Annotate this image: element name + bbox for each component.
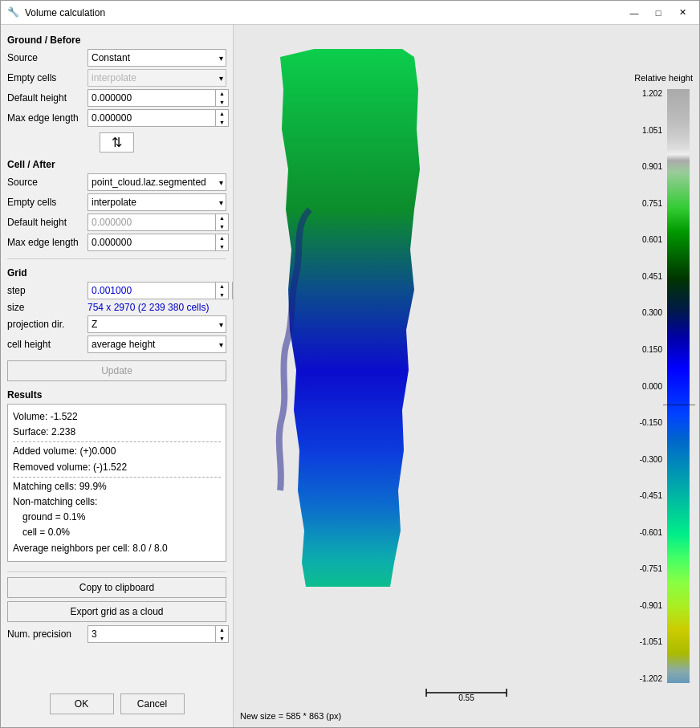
ground-max-edge-up[interactable]: ▲ — [216, 109, 228, 118]
ground-source-row: Source Constant — [7, 49, 226, 67]
tick-3: 0.901 — [640, 162, 662, 171]
ground-default-height-input[interactable]: 0.000000 — [88, 90, 215, 106]
ground-default-height-label: Default height — [7, 92, 88, 104]
tick-6: 0.451 — [640, 272, 662, 281]
cell-max-edge-down[interactable]: ▼ — [216, 242, 228, 251]
titlebar: 🔧 Volume calculation — □ ✕ — [1, 1, 699, 25]
cell-max-edge-input[interactable]: 0.000000 — [88, 234, 215, 250]
new-size-text: New size = 585 * 863 (px) — [240, 711, 341, 721]
ground-default-height-up[interactable]: ▲ — [216, 89, 228, 98]
ground-max-edge-label: Max edge length — [7, 112, 88, 124]
cell-source-row: Source point_cloud.laz.segmented — [7, 173, 226, 191]
svg-text:0.55: 0.55 — [458, 693, 474, 701]
grid-projection-row: projection dir. Z — [7, 315, 226, 333]
grid-step-down[interactable]: ▼ — [216, 291, 228, 299]
num-precision-input-wrapper: 3 ▲ ▼ — [88, 625, 229, 643]
ground-empty-cells-label: Empty cells — [7, 72, 88, 83]
cell-empty-cells-select[interactable]: interpolate — [88, 193, 226, 211]
num-precision-row: Num. precision 3 ▲ ▼ — [7, 625, 226, 643]
cell-max-edge-up[interactable]: ▲ — [216, 234, 228, 242]
tick-12: -0.451 — [640, 491, 662, 500]
num-precision-down[interactable]: ▼ — [216, 634, 228, 643]
ground-max-edge-spinners: ▲ ▼ — [215, 109, 228, 127]
tick-14: -0.751 — [640, 564, 662, 573]
grid-cell-height-row: cell height average height min height ma… — [7, 336, 226, 353]
cell-default-height-up[interactable]: ▲ — [216, 214, 228, 222]
tick-7: 0.300 — [640, 308, 662, 317]
grid-step-up[interactable]: ▲ — [216, 282, 228, 291]
grid-step-input[interactable]: 0.001000 — [88, 283, 215, 299]
grid-step-label: step — [7, 285, 88, 296]
results-panel: Volume: -1.522 Surface: 2.238 Added volu… — [7, 404, 226, 562]
close-button[interactable]: ✕ — [672, 5, 693, 21]
cell-default-height-input-wrapper: 0.000000 ▲ ▼ — [88, 214, 229, 231]
cell-default-height-input[interactable]: 0.000000 — [88, 214, 215, 230]
ground-empty-cells-row: Empty cells interpolate — [7, 69, 226, 87]
cell-max-edge-label: Max edge length — [7, 237, 88, 248]
ground-empty-cells-wrapper[interactable]: interpolate — [88, 69, 226, 87]
tick-10: -0.150 — [640, 418, 662, 427]
num-precision-input[interactable]: 3 — [88, 626, 215, 642]
scale-ticks: 1.202 1.051 0.901 0.751 0.601 0.451 0.30… — [640, 89, 662, 683]
grid-step-row: step 0.001000 ▲ ▼ Edit grid — [7, 282, 226, 299]
grid-step-spinners: ▲ ▼ — [215, 282, 228, 299]
grid-cell-height-select[interactable]: average height min height max height — [88, 336, 226, 353]
point-cloud-svg — [266, 49, 466, 595]
cell-source-select[interactable]: point_cloud.laz.segmented — [88, 173, 226, 191]
cell-max-edge-spinners: ▲ ▼ — [215, 234, 228, 251]
cell-default-height-down[interactable]: ▼ — [216, 222, 228, 231]
cell-default-height-spinners: ▲ ▼ — [215, 214, 228, 231]
num-precision-spinners: ▲ ▼ — [215, 625, 228, 643]
grid-cell-height-wrapper[interactable]: average height min height max height — [88, 336, 226, 353]
cell-source-label: Source — [7, 177, 88, 188]
maximize-button[interactable]: □ — [648, 5, 669, 21]
export-grid-button[interactable]: Export grid as a cloud — [7, 601, 226, 622]
volume-text: Volume: -1.522 — [13, 409, 221, 425]
ground-max-edge-input[interactable]: 0.000000 — [88, 110, 215, 126]
grid-projection-select[interactable]: Z — [88, 315, 226, 333]
cell-max-edge-row: Max edge length 0.000000 ▲ ▼ — [7, 234, 226, 251]
ok-button[interactable]: OK — [50, 693, 114, 714]
ground-source-label: Source — [7, 52, 88, 63]
cancel-button[interactable]: Cancel — [120, 693, 185, 714]
window-icon: 🔧 — [7, 6, 20, 19]
minimize-button[interactable]: — — [624, 5, 645, 21]
scale-label: Relative height — [634, 73, 693, 83]
tick-16: -1.051 — [640, 637, 662, 646]
scale-line-area: 0.55 — [418, 685, 515, 703]
ground-empty-cells-select[interactable]: interpolate — [88, 69, 226, 87]
cell-val-text: cell = 0.0% — [13, 525, 221, 540]
swap-button-area: ⇅ — [7, 132, 226, 153]
cell-default-height-row: Default height 0.000000 ▲ ▼ — [7, 214, 226, 231]
tick-9: 0.000 — [640, 382, 662, 391]
grid-size-label: size — [7, 302, 88, 313]
ground-default-height-down[interactable]: ▼ — [216, 98, 228, 107]
color-scale-bar — [667, 89, 690, 683]
copy-clipboard-button[interactable]: Copy to clipboard — [7, 577, 226, 598]
grid-projection-label: projection dir. — [7, 319, 88, 330]
ground-source-select[interactable]: Constant — [88, 49, 226, 67]
cell-source-select-wrapper[interactable]: point_cloud.laz.segmented — [88, 173, 226, 191]
ground-max-edge-down[interactable]: ▼ — [216, 118, 228, 127]
removed-volume-text: Removed volume: (-)1.522 — [13, 460, 221, 475]
swap-button[interactable]: ⇅ — [100, 132, 134, 153]
grid-step-input-area: 0.001000 ▲ ▼ Edit grid — [88, 282, 234, 299]
tick-1: 1.202 — [640, 89, 662, 98]
grid-projection-wrapper[interactable]: Z — [88, 315, 226, 333]
num-precision-up[interactable]: ▲ — [216, 625, 228, 634]
tick-17: -1.202 — [640, 674, 662, 683]
cell-empty-cells-label: Empty cells — [7, 197, 88, 208]
tick-13: -0.601 — [640, 528, 662, 537]
cell-empty-cells-wrapper[interactable]: interpolate — [88, 193, 226, 211]
ground-max-edge-input-wrapper: 0.000000 ▲ ▼ — [88, 109, 229, 127]
visualization: Relative height — [234, 25, 699, 727]
tick-11: -0.300 — [640, 455, 662, 464]
update-button[interactable]: Update — [7, 360, 226, 381]
ground-default-height-row: Default height 0.000000 ▲ ▼ — [7, 89, 226, 107]
tick-2: 1.051 — [640, 126, 662, 135]
matching-cells-text: Matching cells: 99.9% — [13, 479, 221, 494]
grid-cell-height-label: cell height — [7, 339, 88, 350]
cell-default-height-label: Default height — [7, 217, 88, 228]
ground-source-select-wrapper[interactable]: Constant — [88, 49, 226, 67]
right-panel: Relative height — [234, 25, 699, 727]
